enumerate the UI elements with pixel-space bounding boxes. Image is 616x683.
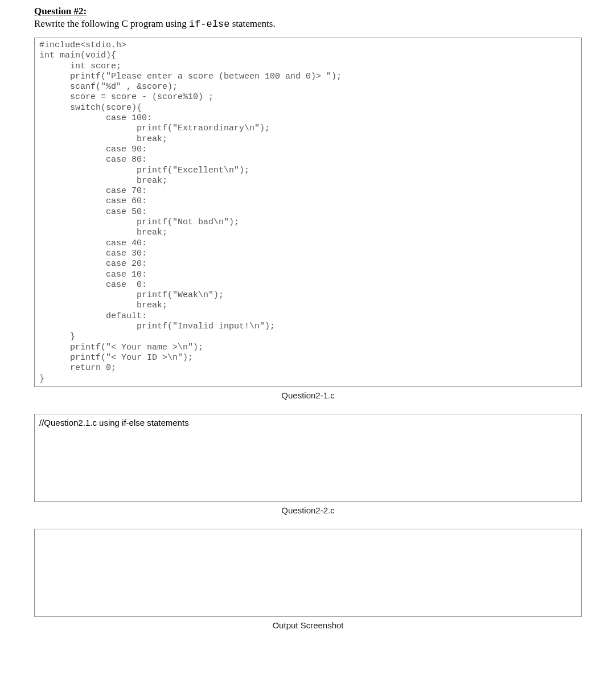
output-screenshot-box xyxy=(34,529,582,617)
instruction-mono: if-else xyxy=(189,19,229,30)
code-block-original: #include<stdio.h> int main(void){ int sc… xyxy=(34,38,582,387)
caption-output-screenshot: Output Screenshot xyxy=(34,620,582,630)
question-instruction: Rewrite the following C program using if… xyxy=(34,18,582,30)
answer-box-text: //Question2.1.c using if-else statements xyxy=(39,418,189,427)
instruction-suffix: statements. xyxy=(229,18,275,29)
answer-box-ifelse: //Question2.1.c using if-else statements xyxy=(34,414,582,502)
caption-question2-2: Question2-2.c xyxy=(34,505,582,515)
question-title: Question #2: xyxy=(34,6,582,17)
instruction-prefix: Rewrite the following C program using xyxy=(34,18,189,29)
caption-question2-1: Question2-1.c xyxy=(34,390,582,400)
